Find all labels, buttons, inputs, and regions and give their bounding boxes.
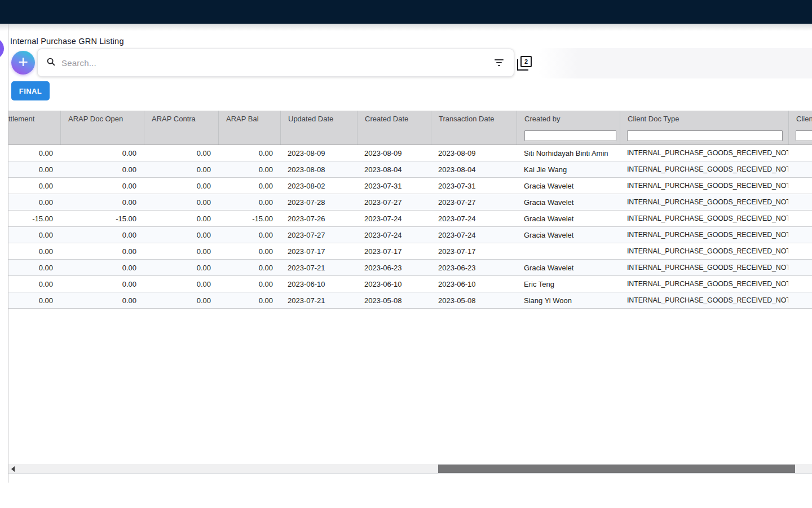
filter-cell-created_by — [517, 127, 620, 144]
table-row[interactable]: 0.000.000.000.002023-08-022023-07-312023… — [8, 178, 812, 194]
table-row[interactable]: 0.000.000.000.002023-07-212023-05-082023… — [8, 292, 812, 309]
filter-cell-transaction_date — [431, 127, 517, 144]
cell-settlement: 0.00 — [8, 198, 60, 207]
cell-updated_date: 2023-07-21 — [280, 296, 357, 305]
cell-settlement: 0.00 — [8, 296, 60, 305]
table-row[interactable]: 0.000.000.000.002023-08-092023-08-092023… — [8, 145, 812, 161]
final-button[interactable]: FINAL — [11, 81, 50, 100]
cell-updated_date: 2023-07-28 — [280, 198, 357, 207]
cell-arap_bal: 0.00 — [218, 165, 280, 174]
filter-cell-arap_contra — [144, 127, 218, 144]
cell-arap_bal: 0.00 — [218, 182, 280, 190]
cell-arap_doc_open: 0.00 — [60, 231, 144, 239]
filter-input-client_trunc[interactable] — [796, 130, 812, 141]
page-title: Internal Purchase GRN Listing — [10, 37, 124, 46]
cell-created_by: Gracia Wavelet — [517, 182, 620, 190]
table-row[interactable]: 0.000.000.000.002023-07-272023-07-242023… — [8, 227, 812, 243]
cell-arap_bal: 0.00 — [218, 231, 280, 239]
horizontal-scrollbar-thumb[interactable] — [438, 465, 795, 473]
column-header-client_doc_type[interactable]: Client Doc Type — [620, 111, 788, 127]
cell-updated_date: 2023-08-08 — [280, 165, 357, 174]
cell-arap_doc_open: 0.00 — [60, 296, 144, 305]
filter-cell-created_date — [357, 127, 431, 144]
column-header-created_date[interactable]: Created Date — [357, 111, 431, 127]
cell-arap_contra: 0.00 — [144, 247, 218, 256]
table-row[interactable]: -15.00-15.000.00-15.002023-07-262023-07-… — [8, 211, 812, 227]
cell-created_date: 2023-06-23 — [357, 264, 431, 272]
cell-updated_date: 2023-07-26 — [280, 214, 357, 223]
cell-created_date: 2023-05-08 — [357, 296, 431, 305]
cell-arap_bal: 0.00 — [218, 296, 280, 305]
cell-settlement: -15.00 — [8, 214, 60, 223]
filter-cell-updated_date — [280, 127, 357, 144]
table-row[interactable]: 0.000.000.000.002023-07-212023-06-232023… — [8, 260, 812, 276]
filter-cell-settlement — [8, 127, 60, 144]
column-header-client_trunc[interactable]: Client — [788, 111, 812, 127]
cell-created_by: Gracia Wavelet — [517, 214, 620, 223]
cell-created_by: Eric Teng — [517, 280, 620, 288]
column-header-arap_doc_open[interactable]: ARAP Doc Open — [60, 111, 144, 127]
filter-2-front-frame: 2 — [520, 56, 532, 67]
cell-transaction_date: 2023-07-24 — [431, 231, 517, 239]
column-header-transaction_date[interactable]: Transaction Date — [431, 111, 517, 127]
table-row[interactable]: 0.000.000.000.002023-06-102023-06-102023… — [8, 276, 812, 292]
filter-cell-client_doc_type — [620, 127, 788, 144]
cell-client_doc_type: INTERNAL_PURCHASE_GOODS_RECEIVED_NOTE — [620, 280, 788, 288]
cell-arap_contra: 0.00 — [144, 280, 218, 288]
cell-transaction_date: 2023-07-17 — [431, 247, 517, 256]
cell-transaction_date: 2023-08-04 — [431, 165, 517, 174]
filter-input-client_doc_type[interactable] — [627, 130, 783, 141]
cell-transaction_date: 2023-07-24 — [431, 214, 517, 223]
table-row[interactable]: 0.000.000.000.002023-08-082023-08-042023… — [8, 161, 812, 178]
scroll-left-button[interactable] — [8, 464, 17, 474]
cell-client_doc_type: INTERNAL_PURCHASE_GOODS_RECEIVED_NOTE — [620, 247, 788, 255]
cell-arap_bal: -15.00 — [218, 214, 280, 223]
add-button[interactable]: + — [11, 51, 35, 75]
table-row[interactable]: 0.000.000.000.002023-07-282023-07-272023… — [8, 194, 812, 211]
column-header-updated_date[interactable]: Updated Date — [280, 111, 357, 127]
cell-created_date: 2023-07-31 — [357, 182, 431, 190]
cell-arap_doc_open: 0.00 — [60, 198, 144, 207]
cell-created_by: Gracia Wavelet — [517, 264, 620, 272]
table-row[interactable]: 0.000.000.000.002023-07-172023-07-172023… — [8, 243, 812, 260]
cell-settlement: 0.00 — [8, 264, 60, 272]
cell-created_date: 2023-06-10 — [357, 280, 431, 288]
cell-created_date: 2023-07-17 — [357, 247, 431, 256]
cell-arap_doc_open: 0.00 — [60, 280, 144, 288]
filter-input-created_by[interactable] — [524, 130, 616, 141]
cell-created_by: Gracia Wavelet — [517, 198, 620, 207]
top-navbar — [0, 0, 812, 24]
cell-arap_contra: 0.00 — [144, 296, 218, 305]
cell-created_by: Siti Norhidayah Binti Amin — [517, 149, 620, 157]
cell-arap_bal: 0.00 — [218, 264, 280, 272]
cell-updated_date: 2023-08-02 — [280, 182, 357, 190]
cell-settlement: 0.00 — [8, 231, 60, 239]
cell-transaction_date: 2023-07-31 — [431, 182, 517, 190]
search-input[interactable] — [60, 58, 493, 68]
cell-created_by: Gracia Wavelet — [517, 231, 620, 239]
cell-updated_date: 2023-07-17 — [280, 247, 357, 256]
edge-floating-button[interactable] — [0, 38, 4, 59]
column-header-arap_contra[interactable]: ARAP Contra — [144, 111, 218, 127]
filter-2-icon[interactable]: 2 — [517, 56, 532, 71]
cell-created_by: Siang Yi Woon — [517, 296, 620, 305]
column-header-settlement[interactable]: ttlement — [8, 111, 60, 127]
scroll-left-arrow-icon — [11, 466, 15, 472]
search-box — [37, 49, 514, 77]
cell-client_doc_type: INTERNAL_PURCHASE_GOODS_RECEIVED_NOTE — [620, 182, 788, 190]
column-header-arap_bal[interactable]: ARAP Bal — [218, 111, 280, 127]
cell-arap_contra: 0.00 — [144, 214, 218, 223]
horizontal-scrollbar[interactable] — [8, 464, 812, 474]
cell-transaction_date: 2023-07-27 — [431, 198, 517, 207]
column-header-created_by[interactable]: Created by — [517, 111, 620, 127]
cell-created_date: 2023-07-27 — [357, 198, 431, 207]
plus-icon: + — [18, 54, 28, 71]
cell-arap_bal: 0.00 — [218, 247, 280, 256]
cell-client_doc_type: INTERNAL_PURCHASE_GOODS_RECEIVED_NOTE — [620, 214, 788, 222]
cell-settlement: 0.00 — [8, 280, 60, 288]
table-header-row: ttlementARAP Doc OpenARAP ContraARAP Bal… — [8, 111, 812, 127]
grn-table: ttlementARAP Doc OpenARAP ContraARAP Bal… — [8, 111, 812, 309]
table-body: 0.000.000.000.002023-08-092023-08-092023… — [8, 145, 812, 309]
cell-updated_date: 2023-06-10 — [280, 280, 357, 288]
filter-funnel-icon[interactable] — [493, 59, 505, 66]
